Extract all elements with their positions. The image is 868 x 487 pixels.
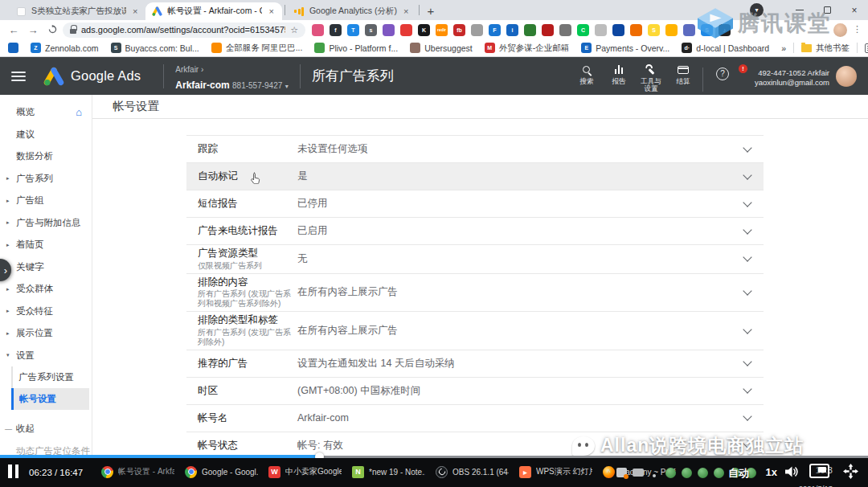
sidebar-item[interactable]: 关键字 — [0, 256, 92, 279]
extension-icon[interactable]: s — [365, 24, 377, 36]
sidebar-item[interactable]: 受众群体 — [0, 278, 92, 301]
new-tab-button[interactable]: + — [427, 4, 434, 18]
wifi-icon[interactable] — [649, 469, 660, 477]
taskbar-item[interactable]: WPS演示 幻灯片... — [514, 460, 597, 485]
search-button[interactable]: 搜索 — [571, 64, 603, 86]
chevron-down-icon[interactable] — [743, 143, 751, 152]
sidebar-item[interactable]: 数据分析 — [0, 145, 92, 168]
extension-icon[interactable]: f — [330, 24, 342, 36]
extension-icon[interactable] — [471, 24, 483, 36]
sidebar-item[interactable]: 建议 — [0, 124, 92, 146]
tray-expand-icon[interactable]: ^ — [607, 469, 611, 477]
playback-speed-button[interactable]: 1x — [766, 466, 777, 478]
mini-player-button[interactable] — [809, 464, 829, 478]
sidebar-item[interactable]: 广告系列设置 — [11, 366, 89, 388]
browser-menu-icon[interactable]: ⋮ — [853, 24, 862, 35]
billing-button[interactable]: 结算 — [667, 64, 699, 86]
sidebar-item[interactable]: 概览 — [0, 101, 92, 124]
hamburger-menu-icon[interactable] — [11, 72, 26, 81]
taskbar-item[interactable]: OBS 26.1.1 (64-... — [431, 460, 514, 485]
sidebar-item[interactable]: 广告系列 — [0, 168, 92, 190]
settings-row[interactable]: 跟踪 未设置任何选项 — [186, 136, 764, 163]
tools-settings-button[interactable]: 工具与设置 — [635, 64, 667, 94]
user-avatar[interactable] — [836, 66, 857, 87]
tab-close-icon[interactable]: × — [267, 6, 275, 16]
chevron-down-icon[interactable] — [743, 198, 751, 207]
extension-icon[interactable]: C — [577, 24, 589, 36]
extension-icon[interactable]: i — [506, 24, 518, 36]
maximize-button[interactable] — [813, 0, 841, 20]
extension-icon[interactable]: T — [347, 24, 359, 36]
chevron-down-icon[interactable] — [743, 170, 751, 179]
sidebar-item[interactable]: 展示位置 — [0, 322, 92, 345]
settings-row[interactable]: 短信报告 已停用 — [186, 190, 764, 218]
chevron-down-icon[interactable] — [743, 412, 751, 421]
extension-icon[interactable] — [683, 24, 695, 36]
tab-close-icon[interactable]: × — [131, 6, 139, 16]
reload-button[interactable] — [43, 24, 61, 36]
bookmark-item[interactable]: Ubersuggest — [410, 43, 473, 54]
tablet-tray-icon[interactable] — [616, 468, 627, 477]
tab-analytics[interactable]: Google Analytics (分析) × — [288, 2, 417, 20]
back-button[interactable]: ← — [5, 24, 23, 36]
reports-button[interactable]: 报告 — [603, 64, 635, 86]
bookmarks-overflow-icon[interactable]: » — [781, 43, 786, 53]
tray-icon[interactable] — [665, 468, 676, 478]
tab-course[interactable]: S类独立站卖家广告投放课程 × — [10, 2, 145, 20]
extension-icon[interactable]: S — [648, 24, 660, 36]
settings-row[interactable]: 广告资源类型 仅限视频广告系列 无 — [186, 245, 764, 274]
pause-button[interactable] — [8, 464, 18, 478]
browser-avatar[interactable] — [833, 23, 847, 37]
chevron-down-icon[interactable] — [743, 225, 751, 234]
extension-icon[interactable] — [612, 24, 624, 36]
extension-icon[interactable] — [630, 24, 642, 36]
extension-icon[interactable] — [559, 24, 571, 36]
tab-close-icon[interactable]: × — [402, 6, 410, 16]
tab-google-ads[interactable]: 帐号设置 - Arkfair-com - Goog × — [145, 2, 281, 20]
settings-row[interactable]: 自动标记 是 — [186, 163, 764, 190]
taskbar-item[interactable]: 帐号设置 - Arkfa... — [96, 460, 179, 485]
extension-icon[interactable] — [312, 24, 324, 36]
extension-icon[interactable]: fb — [453, 24, 465, 36]
settings-row[interactable]: 广告来电统计报告 已启用 — [186, 218, 764, 245]
settings-row[interactable]: 时区 (GMT+08:00) 中国标准时间 — [186, 378, 764, 405]
bookmark-item[interactable]: 全部服务 阿里巴巴... — [211, 43, 303, 54]
forward-button[interactable]: → — [24, 24, 42, 36]
extension-icon[interactable]: F — [489, 24, 501, 36]
minimize-button[interactable] — [786, 0, 813, 20]
fullscreen-button[interactable] — [843, 464, 858, 482]
extension-icon[interactable]: redir — [436, 24, 448, 36]
quality-button[interactable]: 自动 — [728, 466, 749, 481]
extension-icon[interactable] — [524, 24, 536, 36]
extension-icon[interactable] — [595, 24, 607, 36]
browser-profile-button[interactable]: ▾ — [750, 3, 764, 17]
extension-icon[interactable] — [542, 24, 554, 36]
bookmark-item[interactable]: S Buyaccs.com: Bul... — [111, 43, 199, 54]
chevron-down-icon[interactable] — [743, 253, 751, 262]
bookmark-item[interactable]: E Payments - Overv... — [581, 43, 669, 54]
settings-row[interactable]: 排除的类型和标签 所有广告系列 (发现广告系列除外) 在所有内容上展示广告 — [186, 312, 764, 350]
settings-row[interactable]: 推荐的广告 设置为在通知发出 14 天后自动采纳 — [186, 350, 764, 378]
extension-icon[interactable]: K — [418, 24, 430, 36]
settings-row[interactable]: 帐号名 Arkfair-com — [186, 405, 764, 432]
sidebar-item[interactable]: 广告组 — [0, 190, 92, 212]
bookmark-item[interactable]: M 外贸参谋-企业邮箱 — [485, 43, 570, 54]
address-bar[interactable]: ads.google.com/aw/settings/account?ocid=… — [63, 23, 305, 38]
help-button[interactable]: ? — [716, 68, 729, 80]
tray-icon[interactable] — [714, 468, 724, 478]
account-picker[interactable]: Arkfair › Arkfair-com 881-557-9427 ▾ — [175, 60, 288, 92]
sidebar-item[interactable]: 受众特征 — [0, 301, 92, 323]
settings-row[interactable]: 排除的内容 所有广告系列 (发现广告系列和视频广告系列除外) 在所有内容上展示广… — [186, 274, 764, 313]
taskbar-item[interactable]: Google - Googl... — [180, 460, 263, 485]
account-info[interactable]: 492-447-1052 Arkfair yaoxinlun@gmail.com — [755, 68, 829, 88]
tray-icon[interactable] — [698, 468, 708, 478]
reading-list-button[interactable]: 阅读清单 — [865, 43, 868, 54]
tray-icon[interactable] — [682, 468, 692, 478]
bookmark-item[interactable]: d· d-local | Dashboard — [682, 43, 769, 54]
chevron-down-icon[interactable] — [743, 325, 751, 334]
camera-tray-icon[interactable] — [633, 469, 644, 477]
extension-icon[interactable] — [400, 24, 412, 36]
bookmark-star-icon[interactable]: ☆ — [290, 25, 298, 35]
taskbar-item[interactable]: *new 19 - Note... — [347, 460, 430, 485]
volume-button[interactable] — [784, 465, 799, 481]
